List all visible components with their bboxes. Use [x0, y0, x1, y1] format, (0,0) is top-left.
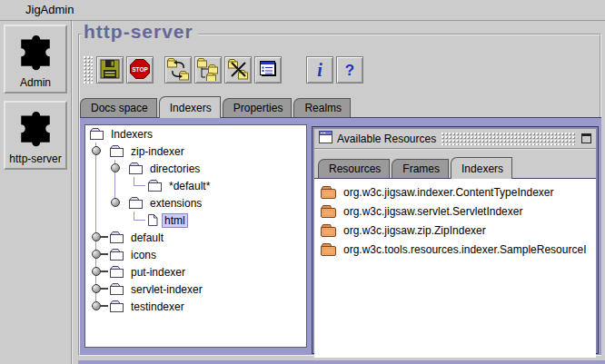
folder-tree-icon [196, 57, 220, 84]
window-icon [319, 131, 332, 146]
expand-icon[interactable] [91, 246, 109, 263]
reindex-button[interactable] [164, 56, 192, 84]
tab-docs-space[interactable]: Docs space [80, 98, 157, 117]
puzzle-icon [15, 103, 55, 152]
help-button[interactable]: ? [336, 56, 363, 84]
sidebar-button-label: Admin [20, 76, 51, 92]
delete-resource-button[interactable] [224, 56, 252, 84]
tree-folder-icon [109, 144, 124, 158]
list-item[interactable]: org.w3c.jigsaw.servlet.ServletIndexer [314, 202, 596, 221]
list-item[interactable]: org.w3c.tools.resources.indexer.SampleRe… [314, 240, 596, 259]
edit-properties-button[interactable] [254, 56, 282, 84]
list-item-label: org.w3c.tools.resources.indexer.SampleRe… [343, 243, 586, 256]
folder-delete-icon [226, 57, 250, 84]
tab-resources[interactable]: Resources [318, 159, 390, 178]
info-button[interactable]: i [306, 56, 333, 84]
tree-item-label: html [162, 213, 188, 228]
puzzle-icon [15, 26, 55, 76]
tree-item-servlet-indexer[interactable]: servlet-indexer [85, 280, 306, 298]
tree-folder-icon [128, 196, 144, 210]
collapse-icon[interactable] [110, 160, 128, 177]
tree-item-label: icons [128, 248, 159, 262]
maximize-icon[interactable] [581, 133, 591, 143]
indexers-tree: Indexerszip-indexerdirectories*default*e… [85, 125, 306, 315]
tree-folder-icon [89, 127, 104, 141]
window-bottom-strip [78, 360, 605, 364]
document-list-icon [258, 59, 278, 82]
toolbar-grip-handle[interactable] [84, 56, 93, 84]
tree-item-html[interactable]: html [85, 212, 306, 229]
tree-item-default[interactable]: *default* [85, 177, 306, 194]
available-resources-frame: Available Resources ResourcesFramesIndex… [312, 127, 598, 353]
tree-item-label: extensions [147, 196, 204, 211]
frame-title: Available Resources [337, 133, 436, 145]
title-bar-bumps [441, 133, 576, 145]
tree-item-label: testindexer [128, 300, 187, 314]
tree-item-icons[interactable]: icons [85, 246, 306, 263]
tree-folder-icon [109, 248, 124, 261]
list-item-label: org.w3c.jigsaw.servlet.ServletIndexer [343, 205, 522, 218]
tree-item-put-indexer[interactable]: put-indexer [85, 263, 306, 280]
list-item[interactable]: org.w3c.jigsaw.indexer.ContentTypeIndexe… [314, 182, 596, 202]
tree-item-extensions[interactable]: extensions [85, 194, 306, 212]
collapse-icon[interactable] [110, 194, 128, 212]
tree-item-label: zip-indexer [128, 144, 187, 159]
sidebar: Adminhttp-server [0, 21, 73, 364]
save-button[interactable] [96, 56, 124, 84]
page-title: http-server [82, 21, 198, 43]
tree-item-label: put-indexer [128, 265, 188, 280]
svg-text:STOP: STOP [132, 65, 148, 72]
tree-item-testindexer[interactable]: testindexer [85, 298, 306, 315]
tab-content-indexers: Indexerszip-indexerdirectories*default*e… [80, 117, 601, 355]
expand-icon[interactable] [91, 298, 109, 315]
tab-realms[interactable]: Realms [293, 98, 351, 117]
info-icon: i [317, 61, 322, 79]
toolbar-buttons: STOPi? [96, 56, 366, 84]
list-item-label: org.w3c.jigsaw.indexer.ContentTypeIndexe… [343, 186, 553, 199]
frame-title-bar[interactable]: Available Resources [314, 129, 596, 150]
expand-icon[interactable] [91, 229, 109, 246]
expand-icon[interactable] [91, 263, 109, 280]
sidebar-button-label: http-server [9, 152, 61, 168]
sidebar-button-http-server[interactable]: http-server [4, 101, 67, 170]
orange-folder-icon [320, 203, 337, 219]
stop-sign-icon: STOP [129, 58, 151, 83]
help-icon: ? [345, 63, 354, 78]
tree-folder-icon [147, 179, 163, 192]
sidebar-button-admin[interactable]: Admin [4, 25, 67, 93]
tree-item-zip-indexer[interactable]: zip-indexer [85, 143, 306, 160]
orange-folder-icon [320, 222, 337, 238]
tree-item-label: Indexers [108, 127, 155, 142]
toolbar: STOPi? [84, 55, 366, 84]
tree-item-directories[interactable]: directories [85, 160, 306, 177]
tree-folder-icon [109, 231, 124, 244]
list-item[interactable]: org.w3c.jigsaw.zip.ZipIndexer [314, 221, 596, 240]
menu-jigadmin[interactable]: JigAdmin [20, 0, 79, 20]
expand-icon[interactable] [91, 280, 109, 298]
collapse-icon[interactable] [91, 143, 109, 160]
copy-resources-button[interactable] [194, 56, 222, 84]
tree-folder-icon [109, 282, 124, 296]
list-item-label: org.w3c.jigsaw.zip.ZipIndexer [343, 224, 486, 237]
resources-tab-bar: ResourcesFramesIndexers [314, 150, 596, 178]
tree-folder-icon [128, 162, 144, 175]
main-tab-bar: Docs spaceIndexersPropertiesRealms [80, 94, 352, 117]
tree-item-indexers[interactable]: Indexers [85, 125, 306, 143]
floppy-save-icon [100, 59, 120, 82]
orange-folder-icon [320, 184, 337, 200]
stop-button[interactable]: STOP [126, 56, 154, 84]
orange-folder-icon [320, 241, 337, 257]
tree-item-label: servlet-indexer [128, 282, 205, 297]
tab-frames[interactable]: Frames [392, 159, 449, 178]
tab-indexers[interactable]: Indexers [451, 157, 512, 179]
resources-list: org.w3c.jigsaw.indexer.ContentTypeIndexe… [314, 178, 596, 358]
menu-bar: JigAdmin [0, 0, 605, 21]
tree-folder-icon [109, 300, 124, 313]
tree-file-icon [147, 213, 158, 227]
indexers-tree-panel: Indexerszip-indexerdirectories*default*e… [84, 124, 307, 348]
tree-item-label: default [128, 231, 166, 245]
tab-indexers[interactable]: Indexers [159, 96, 221, 118]
tree-item-default[interactable]: default [85, 229, 306, 246]
tab-properties[interactable]: Properties [223, 98, 293, 117]
tree-item-label: *default* [166, 179, 213, 193]
